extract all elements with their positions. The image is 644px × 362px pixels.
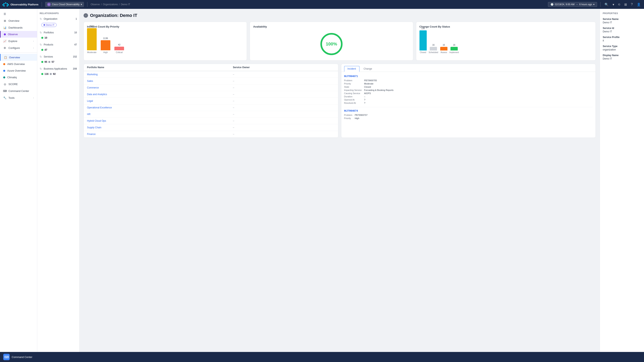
sidebar-item-aws[interactable]: AWS Overview: [0, 61, 37, 67]
cbar-implement-val: 16: [453, 44, 455, 46]
cbar-implement-label: Implement: [450, 51, 459, 53]
prop-val-service-id: Demo IT: [603, 30, 641, 33]
incident-count-title: Incident Count By Priority: [87, 25, 244, 28]
time-picker[interactable]: 🕐 02/19/24, 9:00 AM → 6 hours ago ▾: [548, 2, 597, 7]
incident-grid-2: Problem PB79969707 Priority High: [344, 114, 593, 119]
explore-icon: 📈: [3, 39, 6, 43]
svc-gray-dot: [48, 61, 50, 63]
hamburger-icon: ☰: [3, 12, 6, 15]
rel-prod-text: Products: [44, 43, 53, 46]
prop-service-type: Service Type organization: [603, 45, 641, 51]
bar-high-val: 1136: [103, 37, 108, 39]
prop-label-service-name: Service Name: [603, 18, 641, 20]
bar-moderate-label: Moderate: [87, 51, 96, 53]
col-portfolio-name: Portfolio Name: [84, 64, 230, 71]
rel-port-stats: 10: [40, 36, 77, 40]
search-icon[interactable]: 🔍: [604, 2, 609, 7]
availability-value: 100%: [326, 41, 337, 47]
cbar-scheduled-val: 16: [432, 44, 434, 46]
rel-svc-text: Services: [44, 55, 53, 58]
cbar-assess-label: Assess: [440, 51, 447, 53]
explore-arrow: ›: [33, 40, 34, 42]
incident-card: Incident Change MJ7994671 Problem PB7996…: [341, 64, 596, 138]
prop-label-service-profile: Service Profile: [603, 36, 641, 39]
biz-gray-num: 92: [53, 73, 56, 75]
sidebar-item-overview2[interactable]: 📋 Overview: [0, 54, 37, 61]
inc-val-problem: PB79969705: [364, 79, 593, 82]
cbar-implement: 16 Implement: [450, 44, 459, 53]
rel-section-organization: ↻ Organization 1 Demo IT: [40, 17, 77, 28]
page-title: Organization: Demo IT: [90, 13, 137, 18]
sidebar-item-menu[interactable]: ☰: [0, 10, 37, 17]
sidebar-item-tools[interactable]: 🔧 Tools ›: [0, 94, 37, 101]
portfolio-name-cell[interactable]: HR: [84, 111, 230, 118]
portfolio-name-cell[interactable]: Data and Analytics: [84, 91, 230, 98]
svg-rect-2: [7, 3, 8, 4]
observe-dot: [4, 33, 6, 35]
sidebar-item-observe[interactable]: Observe: [0, 31, 37, 38]
demo-it-badge[interactable]: Demo IT: [41, 23, 56, 27]
service-owner-cell: –: [230, 98, 338, 104]
incident-id-2[interactable]: MJ7994674: [344, 109, 593, 112]
rel-biz-count: 208: [73, 67, 77, 70]
availability-title: Availability: [253, 25, 410, 28]
tab-change[interactable]: Change: [360, 66, 376, 72]
sidebar-item-dashboards[interactable]: 📊 Dashboards: [0, 24, 37, 31]
portfolio-name-cell[interactable]: Operational Excellence: [84, 104, 230, 111]
chevron-down-icon[interactable]: ▾: [612, 2, 615, 7]
svc-gray-num: 57: [52, 60, 54, 63]
bottom-row: Portfolio Name Service Owner Marketing–S…: [84, 64, 596, 138]
sidebar-item-explore[interactable]: 📈 Explore ›: [0, 38, 37, 44]
prop-display-name: Display Name Demo IT: [603, 54, 641, 60]
main-content: − Organization: Demo IT Incident Count B…: [80, 9, 600, 352]
portfolio-table: Portfolio Name Service Owner Marketing–S…: [84, 64, 338, 138]
port-green-num: 10: [44, 36, 47, 39]
user-icon[interactable]: 👤: [636, 2, 642, 7]
inc-val-priority: Moderate: [364, 82, 593, 85]
page-header-icon: −: [84, 13, 88, 18]
change-bar-chart: 138 Closed 16 Scheduled 16 Assess: [420, 31, 592, 55]
sidebar-item-command-center[interactable]: ⌨ Command Center: [0, 87, 37, 94]
sidebar-item-score[interactable]: ◎ SCORE: [0, 81, 37, 87]
sidebar-item-azure[interactable]: Azure Overview: [0, 67, 37, 74]
rel-label-products: ↻ Products: [40, 43, 53, 46]
bar-critical-label: Critical: [116, 51, 123, 53]
breadcrumb-organizations[interactable]: Organizations: [103, 3, 118, 6]
sidebar-item-climatiq[interactable]: Climatiq: [0, 74, 37, 81]
portfolio-name-cell[interactable]: Supply Chain: [84, 124, 230, 131]
main-layout: ☰ ⊞ Overview 📊 Dashboards Observe 📈 Expl…: [0, 9, 644, 352]
incident-id-1[interactable]: MJ7994671: [344, 75, 593, 78]
portfolio-name-cell[interactable]: Commerce: [84, 84, 230, 91]
product-selector[interactable]: Q Cisco Cloud Observability ▾: [45, 2, 84, 7]
incident-body: MJ7994671 Problem PB79969705 Priority Mo…: [341, 72, 596, 125]
rel-svc-icon: ↻: [40, 55, 42, 58]
rel-biz-icon: ↻: [40, 67, 42, 70]
rel-label-organization: ↻ Organization: [40, 17, 58, 20]
rel-section-biz-apps: ↻ Business Applications 208 116 92: [40, 67, 77, 76]
command-center-icon[interactable]: ⌨: [3, 354, 10, 360]
tab-incident[interactable]: Incident: [344, 66, 360, 72]
biz-green-dot: [41, 73, 43, 75]
share-icon[interactable]: ⎋: [618, 2, 621, 7]
cbar-scheduled: 16 Scheduled: [429, 44, 438, 53]
breadcrumb-observe[interactable]: Observe: [90, 3, 100, 6]
help-icon[interactable]: ?: [630, 2, 634, 7]
sidebar-item-configure[interactable]: ⚙ Configure ›: [0, 44, 37, 51]
portfolio-name-cell[interactable]: Marketing: [84, 71, 230, 78]
prod-green-num: 47: [44, 48, 47, 51]
nav-divider-3: [600, 2, 600, 7]
prop-service-profile: Service Profile it: [603, 36, 641, 42]
portfolio-name-cell[interactable]: Hybrid Cloud Ops: [84, 118, 230, 124]
grid-icon[interactable]: ⊞: [624, 2, 628, 7]
rel-section-products: ↻ Products 47 47: [40, 43, 77, 52]
prop-val-service-type: organization: [603, 48, 641, 51]
portfolio-name-cell[interactable]: Finance: [84, 131, 230, 138]
portfolio-name-cell[interactable]: Legal: [84, 98, 230, 104]
cbar-assess-bar: [440, 47, 448, 50]
breadcrumb-demo-it[interactable]: Demo IT: [121, 3, 130, 6]
breadcrumb: Observe / Organizations / Demo IT: [90, 3, 130, 6]
portfolio-name-cell[interactable]: Sales: [84, 78, 230, 84]
bar-critical: 42 Critical: [114, 43, 124, 53]
sidebar-item-overview[interactable]: ⊞ Overview: [0, 17, 37, 24]
prop-label-service-type: Service Type: [603, 45, 641, 48]
